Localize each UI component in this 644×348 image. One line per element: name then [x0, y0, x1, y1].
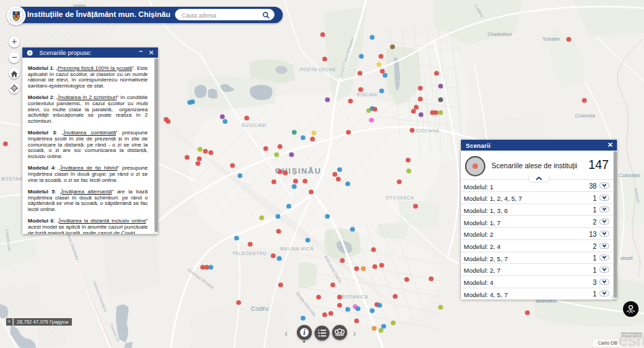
svg-text:CIOCANA: CIOCANA	[416, 128, 440, 133]
svg-text:POSTA VECHE: POSTA VECHE	[300, 67, 336, 72]
svg-text:a Coloniței: a Coloniței	[614, 172, 640, 178]
svg-text:MALINA MICĂ: MALINA MICĂ	[280, 246, 314, 251]
svg-text:Cheltuitori: Cheltuitori	[487, 31, 512, 37]
svg-text:ulești: ulești	[620, 255, 633, 261]
svg-text:BOTANICA: BOTANICA	[342, 294, 369, 299]
svg-text:RÎȘCANI: RÎȘCANI	[357, 92, 378, 98]
svg-text:OTOVASCA: OTOVASCA	[386, 195, 414, 200]
svg-text:BUIUCANI: BUIUCANI	[241, 123, 266, 128]
svg-text:Codru: Codru	[251, 305, 268, 312]
svg-text:TELECENTRU: TELECENTRU	[233, 251, 267, 256]
svg-text:Tohatin: Tohatin	[542, 36, 560, 42]
svg-text:Colonița: Colonița	[575, 113, 595, 119]
